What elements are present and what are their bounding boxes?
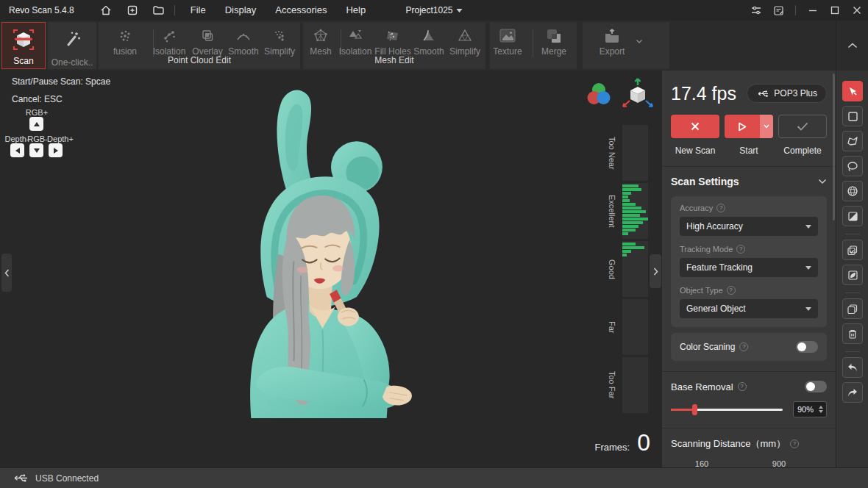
export-button[interactable]: Export <box>591 26 633 57</box>
mesh-edit-caption: Mesh Edit <box>303 55 485 65</box>
scan-label: Scan <box>13 56 33 66</box>
overlay-button[interactable]: Overlay <box>187 26 228 57</box>
merge-button[interactable]: Merge <box>533 26 574 57</box>
menu-display[interactable]: Display <box>216 0 266 21</box>
select-visible-tool[interactable] <box>842 240 863 260</box>
usb-icon <box>756 90 769 98</box>
mesh-edit-group: Mesh Isolation Fill Holes Smooth Simplif… <box>303 22 485 69</box>
gauge-bar <box>622 243 636 245</box>
duplicate-selection-tool[interactable] <box>842 298 863 319</box>
gauge-zone-far: Far <box>602 299 648 355</box>
help-icon[interactable]: ? <box>739 342 748 351</box>
minimize-button[interactable] <box>802 0 824 21</box>
scanning-distance-label: Scanning Distance（mm） <box>671 437 786 451</box>
rectangle-select-tool[interactable] <box>842 106 863 126</box>
scan-mode-button[interactable]: Scan <box>1 22 46 69</box>
gauge-bar <box>622 229 636 232</box>
settings-icon[interactable] <box>745 0 767 21</box>
sidebar-divider <box>845 234 860 234</box>
object-type-select[interactable]: General Object <box>680 299 818 318</box>
device-button[interactable]: POP3 Plus <box>747 84 827 103</box>
invert-selection-tool[interactable] <box>842 206 863 226</box>
start-options-button[interactable] <box>760 115 773 138</box>
key-down-button[interactable] <box>29 143 43 157</box>
titlebar-separator <box>174 5 175 15</box>
texture-button[interactable]: Texture <box>487 26 528 57</box>
redo-button[interactable] <box>842 382 863 403</box>
collapse-toolbar-button[interactable] <box>836 21 868 71</box>
gauge-bar <box>622 214 640 217</box>
fill-holes-button[interactable]: Fill Holes <box>372 26 413 57</box>
depth-gauge: Too Near Excellent Good Far Too Far <box>602 125 648 415</box>
base-removal-value: 90% <box>794 405 817 414</box>
delete-selection-tool[interactable] <box>842 323 863 344</box>
color-scanning-toggle[interactable] <box>796 341 818 353</box>
scan-control-panel: 17.4 fps POP3 Plus New Scan Start <box>662 71 836 467</box>
home-icon[interactable] <box>96 3 115 18</box>
tracking-mode-select[interactable]: Feature Tracking <box>680 258 818 277</box>
gauge-bar <box>622 254 627 256</box>
panel-scrollbar[interactable] <box>833 73 835 220</box>
menu-file[interactable]: File <box>181 0 216 21</box>
key-up-button[interactable] <box>29 117 43 131</box>
scan-settings-title: Scan Settings <box>671 176 739 187</box>
mesh-smooth-button[interactable]: Smooth <box>408 26 449 57</box>
pc-isolation-button[interactable]: Isolation <box>149 26 190 57</box>
open-project-icon[interactable] <box>149 3 168 18</box>
menu-accessories[interactable]: Accessories <box>266 0 336 21</box>
pc-smooth-button[interactable]: Smooth <box>223 26 264 57</box>
close-button[interactable] <box>846 0 868 21</box>
sphere-select-tool[interactable] <box>842 181 863 201</box>
key-left-button[interactable] <box>10 143 24 157</box>
help-icon[interactable]: ? <box>736 245 745 254</box>
base-removal-spinner[interactable]: 90% <box>793 401 827 417</box>
chevron-down-icon <box>457 9 463 12</box>
menu-help[interactable]: Help <box>336 0 375 21</box>
one-click-button[interactable]: One-click.. <box>48 22 96 69</box>
slider-handle[interactable] <box>692 404 697 415</box>
gauge-bar <box>622 250 631 253</box>
merge-label: Merge <box>541 46 566 57</box>
scan-viewport[interactable]: Start/Pause Scan: Spcae Cancel: ESC RGB+… <box>0 71 662 467</box>
mesh-isolation-button[interactable]: Isolation <box>335 26 376 57</box>
key-right-button[interactable] <box>49 143 63 157</box>
select-cursor-tool[interactable] <box>842 81 863 101</box>
new-project-icon[interactable] <box>123 3 142 18</box>
left-arrow-icon <box>15 148 20 154</box>
gauge-bar <box>622 184 638 187</box>
rgb-color-icon[interactable] <box>585 81 613 112</box>
axis-cube-icon[interactable] <box>619 76 656 116</box>
spin-up-icon[interactable] <box>819 406 823 409</box>
gauge-bar <box>622 221 643 224</box>
complete-label: Complete <box>783 146 821 156</box>
project-switcher[interactable]: Project1025 <box>405 0 462 21</box>
undo-button[interactable] <box>842 357 863 378</box>
pc-simplify-button[interactable]: Simplify <box>259 26 300 57</box>
maximize-button[interactable] <box>824 0 846 21</box>
help-icon[interactable]: ? <box>727 286 736 295</box>
complete-button[interactable] <box>778 115 827 138</box>
lasso-select-tool[interactable] <box>842 156 863 176</box>
scan-settings-header[interactable]: Scan Settings <box>671 167 827 196</box>
help-icon[interactable]: ? <box>716 204 725 212</box>
help-icon[interactable]: ? <box>738 382 747 391</box>
help-icon[interactable]: ? <box>790 439 799 448</box>
export-chevron-icon[interactable] <box>636 34 643 47</box>
mesh-simplify-button[interactable]: Simplify <box>444 26 485 57</box>
base-removal-slider[interactable] <box>671 403 783 415</box>
polygon-select-tool[interactable] <box>842 131 863 151</box>
color-scanning-label: Color Scaning <box>680 342 735 352</box>
accuracy-value: High Accuracy <box>686 221 743 232</box>
accuracy-select[interactable]: High Accuracy <box>680 217 818 236</box>
select-through-tool[interactable] <box>842 265 863 285</box>
spin-down-icon[interactable] <box>819 410 823 413</box>
new-scan-button[interactable] <box>671 115 719 138</box>
start-button[interactable] <box>725 115 773 138</box>
expand-right-panel-button[interactable] <box>650 254 661 288</box>
collapse-left-panel-button[interactable] <box>1 254 12 292</box>
object-type-value: General Object <box>686 304 746 314</box>
spinner-arrows[interactable] <box>817 406 826 413</box>
base-removal-toggle[interactable] <box>805 381 827 392</box>
fusion-button[interactable]: fusion <box>104 26 146 57</box>
log-notes-icon[interactable] <box>767 0 789 21</box>
